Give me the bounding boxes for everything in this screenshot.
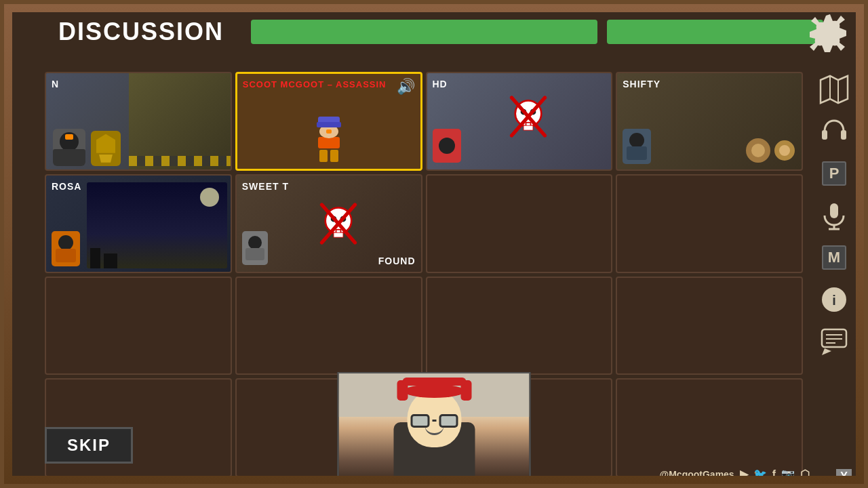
top-bar: DISCUSSION (4, 4, 864, 60)
svg-marker-14 (821, 76, 848, 103)
skull-cross-sweet (315, 200, 362, 247)
cell-label-shifty: SHIFTY (623, 79, 660, 89)
svg-rect-4 (524, 125, 533, 130)
main-container: DISCUSSION N (4, 4, 864, 484)
grid-cell-empty-6 (616, 277, 803, 375)
cell-label-sweett: SWEET T (242, 181, 289, 192)
progress-bars (251, 20, 823, 44)
svg-rect-19 (830, 203, 838, 218)
twitch-icon: ⬡ (800, 468, 810, 481)
grid-cell-n[interactable]: N (45, 72, 232, 171)
social-handle: @McgootGames (660, 469, 734, 480)
twitter-icon: 🐦 (753, 468, 767, 481)
svg-rect-17 (822, 130, 827, 140)
progress-bar-2 (607, 20, 823, 44)
grid-cell-shifty[interactable]: SHIFTY (616, 72, 803, 171)
microphone-icon[interactable] (816, 198, 852, 233)
cell-label-rosa: ROSA (52, 181, 81, 192)
discussion-title: DISCUSSION (58, 18, 224, 46)
instagram-icon: 📷 (781, 468, 795, 481)
cell-label-hd: HD (433, 79, 448, 89)
progress-bar-1 (251, 20, 597, 44)
watermark-y: Y (836, 469, 852, 484)
youtube-icon: ▶ (740, 468, 748, 481)
headphones-icon[interactable] (816, 114, 852, 149)
grid-cell-sweett[interactable]: SWEET T FOUND (235, 174, 422, 273)
chat-icon[interactable] (816, 324, 852, 359)
svg-rect-18 (841, 130, 846, 140)
right-sidebar: P M i (816, 72, 852, 359)
svg-text:i: i (832, 293, 836, 308)
grid-cell-empty-10 (616, 378, 803, 477)
grid-cell-scoot[interactable]: SCOOT MCGOOT – ASSASSIN 🔊 (235, 72, 422, 171)
grid-cell-empty-5 (426, 277, 613, 375)
p-icon[interactable]: P (816, 156, 852, 191)
cell-label-scoot: SCOOT MCGOOT – ASSASSIN (243, 79, 387, 89)
grid-cell-empty-4 (235, 277, 422, 375)
grid-cell-empty-2 (616, 174, 803, 273)
gear-icon[interactable] (810, 14, 850, 55)
info-icon[interactable]: i (816, 282, 852, 317)
facebook-icon: f (772, 468, 776, 481)
sprite-n (53, 129, 121, 166)
cell-label-n: N (52, 79, 59, 89)
webcam-overlay (338, 372, 531, 484)
svg-rect-11 (334, 232, 343, 237)
speaker-icon: 🔊 (397, 78, 415, 96)
grid-cell-rosa[interactable]: ROSA (45, 174, 232, 273)
map-icon[interactable] (816, 72, 852, 107)
grid-cell-hd[interactable]: HD (426, 72, 613, 171)
grid-cell-empty-1 (426, 174, 613, 273)
social-bar: @McgootGames ▶ 🐦 f 📷 ⬡ (660, 468, 810, 481)
svg-marker-28 (822, 348, 831, 355)
found-label: FOUND (378, 256, 416, 266)
grid-cell-empty-3 (45, 277, 232, 375)
skull-cross-hd (505, 93, 552, 140)
m-icon[interactable]: M (816, 240, 852, 275)
skip-button[interactable]: SKIP (45, 427, 133, 464)
